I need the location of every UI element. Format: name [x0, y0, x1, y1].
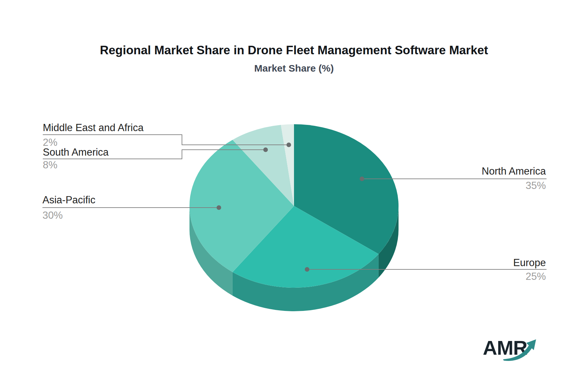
slice-label-middle-east-and-africa: Middle East and Africa: [43, 122, 144, 133]
slice-percent-asia-pacific: 30%: [42, 210, 63, 221]
slice-label-south-america: South America: [43, 146, 109, 158]
slice-label-north-america: North America: [482, 165, 546, 177]
slice-label-asia-pacific: Asia-Pacific: [42, 194, 95, 206]
pie-chart-canvas: Regional Market Share in Drone Fleet Man…: [0, 0, 588, 391]
leader-dot-middle-east-and-africa: [286, 143, 291, 147]
pie-slices-layer: [189, 124, 399, 288]
chart-title: Regional Market Share in Drone Fleet Man…: [100, 43, 488, 57]
leader-dot-europe: [305, 267, 309, 272]
slice-percent-north-america: 35%: [526, 180, 546, 191]
slice-percent-europe: 25%: [526, 271, 546, 282]
slice-percent-middle-east-and-africa: 2%: [43, 137, 57, 148]
chart-subtitle: Market Share (%): [254, 63, 334, 74]
leader-dot-asia-pacific: [217, 205, 221, 210]
slice-percent-south-america: 8%: [43, 159, 57, 171]
amr-logo: AMR: [483, 337, 536, 361]
leader-dot-south-america: [263, 147, 268, 152]
slice-label-europe: Europe: [513, 257, 546, 268]
chart-page: Regional Market Share in Drone Fleet Man…: [0, 0, 588, 391]
leader-dot-north-america: [360, 177, 364, 181]
